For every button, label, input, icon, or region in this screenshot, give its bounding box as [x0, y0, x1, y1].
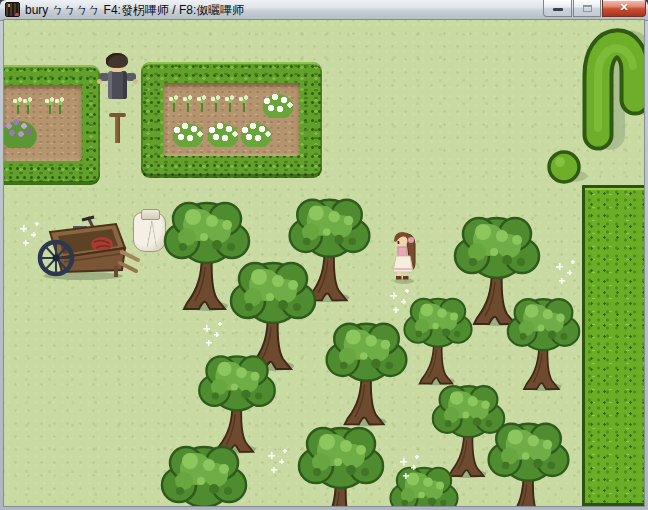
- bury-game-icon: [5, 2, 20, 17]
- sparkle-icon: [203, 325, 210, 332]
- crop-sprout: [168, 95, 180, 113]
- crop-sprout: [54, 97, 66, 115]
- minimize-button[interactable]: [543, 0, 572, 17]
- close-icon: ✕: [603, 1, 645, 14]
- sparkle-icon: [218, 322, 222, 326]
- question-mark-topiary: [539, 20, 644, 206]
- sparkle-icon: [35, 222, 39, 226]
- sparkle-icon: [206, 340, 212, 346]
- crop-sprout: [224, 95, 236, 113]
- sparkle-icon: [268, 452, 275, 459]
- crop-sprout: [182, 95, 194, 113]
- sparkle-icon: [567, 270, 572, 275]
- scarecrow-step: [109, 113, 126, 117]
- wheelbarrow-cart: [28, 214, 140, 282]
- game-window: bury ㄅㄅㄅㄅ F4:發柺嗶师 / F8:伮曬嗶师 ✕: [0, 0, 648, 510]
- garden-plot-right: [141, 62, 322, 178]
- sparkle-icon: [271, 467, 277, 473]
- sparkle-icon: [405, 289, 409, 293]
- crop-sprout: [196, 95, 208, 113]
- sparkle-icon: [415, 455, 419, 459]
- title-bar[interactable]: bury ㄅㄅㄅㄅ F4:發柺嗶师 / F8:伮曬嗶师 ✕: [0, 0, 648, 21]
- window-controls: ✕: [542, 0, 646, 18]
- scarecrow-hair: [106, 53, 128, 68]
- scarecrow: [100, 53, 136, 145]
- purple-flower-patch: [4, 118, 40, 148]
- sparkle-icon: [401, 299, 406, 304]
- sparkle-icon: [400, 458, 407, 465]
- girl-npc: [389, 229, 421, 285]
- white-flower-patch: [260, 92, 296, 118]
- white-flower-patch: [170, 121, 206, 147]
- minimize-icon: [553, 8, 563, 11]
- scarecrow-body: [108, 71, 127, 99]
- sparkle-icon: [20, 225, 27, 232]
- sparkle-icon: [390, 292, 397, 299]
- maximize-icon: [583, 5, 592, 12]
- grain-sack: [133, 212, 166, 252]
- maximize-button[interactable]: [573, 0, 601, 17]
- scarecrow-hand: [97, 79, 102, 84]
- white-flower-patch: [205, 121, 241, 147]
- crop-sprout: [210, 95, 222, 113]
- close-button[interactable]: ✕: [602, 0, 646, 17]
- sparkle-icon: [411, 465, 416, 470]
- sparkle-icon: [23, 240, 29, 246]
- sparkle-icon: [214, 332, 219, 337]
- sparkle-icon: [571, 260, 575, 264]
- sparkle-icon: [283, 449, 287, 453]
- window-title: bury ㄅㄅㄅㄅ F4:發柺嗶师 / F8:伮曬嗶师: [25, 3, 244, 17]
- scarecrow-pole: [115, 115, 120, 143]
- sparkle-icon: [279, 459, 284, 464]
- sparkle-icon: [556, 263, 563, 270]
- crop-sprout: [238, 95, 250, 113]
- sparkle-icon: [31, 232, 36, 237]
- crop-sprout: [22, 97, 34, 115]
- sparkle-icon: [403, 473, 409, 479]
- sparkle-icon: [559, 278, 565, 284]
- hedge-wall: [582, 185, 644, 506]
- scarecrow-hand: [133, 79, 138, 84]
- sparkle-icon: [393, 307, 399, 313]
- white-flower-patch: [238, 121, 274, 147]
- game-viewport[interactable]: [4, 20, 644, 506]
